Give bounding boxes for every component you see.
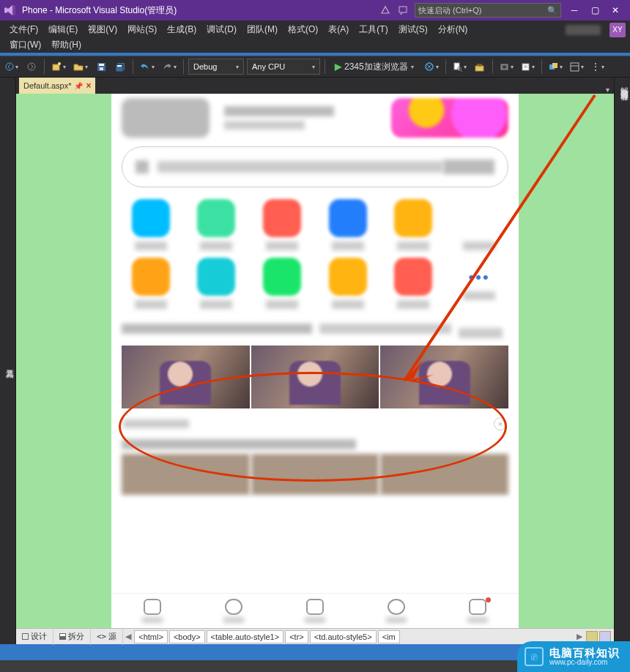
search-icon	[136, 160, 149, 173]
header-weather-widget[interactable]	[391, 98, 508, 138]
menu-format[interactable]: 格式(O)	[284, 22, 322, 37]
app-shortcut-7[interactable]	[188, 258, 246, 309]
start-debug-button[interactable]: ▶ 2345加速浏览器 ▾	[330, 59, 419, 75]
extensions-button[interactable]	[497, 59, 516, 75]
crumb-fwd-icon[interactable]: ▶	[574, 632, 585, 641]
menu-test[interactable]: 测试(S)	[394, 22, 432, 37]
designer-view-bar: 设计 拆分 <>源 ◀ <html> <body> <table.auto-st…	[16, 628, 614, 644]
ide-dock: 工具箱 Default.aspx* 📌 × ▾	[0, 78, 630, 644]
menu-view[interactable]: 视图(V)	[84, 22, 122, 37]
svg-rect-10	[117, 65, 122, 67]
feedback-icon[interactable]	[394, 2, 412, 18]
nav-4[interactable]	[386, 599, 407, 623]
app-shortcut-5[interactable]	[450, 199, 508, 250]
menu-analyze[interactable]: 分析(N)	[434, 22, 472, 37]
nav-3[interactable]	[305, 599, 325, 623]
save-button[interactable]	[93, 59, 109, 75]
view-source-button[interactable]: <>源	[91, 629, 123, 645]
new-project-button[interactable]	[49, 59, 68, 75]
nav-back-button[interactable]	[3, 59, 21, 75]
annotation-ellipse	[119, 372, 507, 482]
solution-platform-combo[interactable]: Any CPU	[247, 59, 320, 75]
browser-link-button[interactable]	[422, 59, 441, 75]
view-split-button[interactable]: 拆分	[53, 629, 91, 645]
menu-window[interactable]: 窗口(W)	[5, 37, 45, 53]
app-label	[397, 242, 429, 250]
new-item-button[interactable]	[519, 59, 537, 75]
app-shortcut-11[interactable]: •••	[450, 258, 508, 309]
menu-team[interactable]: 团队(M)	[242, 22, 282, 37]
menu-file[interactable]: 文件(F)	[5, 22, 42, 37]
more-apps-icon[interactable]: •••	[469, 258, 490, 287]
crumb-img[interactable]: <im	[378, 630, 400, 643]
menu-build[interactable]: 生成(B)	[163, 22, 201, 37]
target-fx-button[interactable]	[546, 59, 565, 75]
crumb-table[interactable]: <table.auto-style1>	[207, 630, 284, 643]
designer-gutter-right	[519, 94, 614, 628]
app-shortcut-4[interactable]	[385, 199, 443, 250]
app-label	[332, 300, 364, 309]
nav-1[interactable]	[142, 599, 163, 623]
maximize-button[interactable]: ▢	[585, 2, 605, 18]
find-in-files-button[interactable]	[451, 59, 469, 75]
redo-button[interactable]	[160, 59, 179, 75]
menu-debug[interactable]: 调试(D)	[202, 22, 241, 37]
toolbox-panel-tab[interactable]: 工具箱	[0, 78, 16, 644]
close-button[interactable]: ✕	[605, 2, 626, 18]
nav-2[interactable]	[223, 599, 244, 623]
crumb-body[interactable]: <body>	[169, 630, 205, 643]
app-shortcut-1[interactable]	[188, 199, 246, 250]
svg-line-14	[461, 70, 462, 72]
app-label	[463, 291, 495, 300]
minimize-button[interactable]: ─	[564, 2, 585, 18]
app-shortcut-3[interactable]	[319, 199, 377, 250]
nav-5[interactable]	[467, 599, 488, 623]
app-shortcut-0[interactable]	[122, 199, 180, 250]
crumb-html[interactable]: <html>	[134, 630, 168, 643]
panel-tab-solution-explorer[interactable]: 解决方案资源管理器	[619, 81, 630, 644]
menu-edit[interactable]: 编辑(E)	[44, 22, 82, 37]
search-action[interactable]	[443, 160, 494, 174]
notifications-icon[interactable]	[377, 2, 394, 18]
view-design-button[interactable]: 设计	[16, 629, 53, 645]
app-shortcut-2[interactable]	[253, 199, 311, 250]
svg-rect-3	[53, 64, 59, 70]
app-shortcut-6[interactable]	[122, 258, 180, 309]
feed-heading	[111, 312, 519, 341]
app-grid: •••	[111, 192, 519, 312]
main-toolbar: Debug Any CPU ▶ 2345加速浏览器 ▾ ⋮	[0, 56, 630, 78]
watermark-logo-icon: ⎚	[525, 647, 544, 666]
toolbox-icon[interactable]	[472, 59, 488, 75]
solution-config-combo[interactable]: Debug	[188, 59, 244, 75]
overflow-button[interactable]: ⋮	[589, 59, 607, 75]
user-avatar-badge[interactable]: XY	[609, 23, 626, 37]
start-debug-label: 2345加速浏览器	[344, 61, 408, 73]
app-shortcut-8[interactable]	[253, 258, 311, 309]
undo-button[interactable]	[138, 59, 157, 75]
menu-website[interactable]: 网站(S)	[123, 22, 161, 37]
app-label	[397, 300, 429, 309]
app-label	[135, 300, 167, 309]
layout-button[interactable]	[568, 59, 586, 75]
menu-tools[interactable]: 工具(T)	[355, 22, 392, 37]
document-tabstrip: Default.aspx* 📌 × ▾	[16, 78, 614, 94]
app-shortcut-9[interactable]	[319, 258, 377, 309]
pin-icon[interactable]: 📌	[74, 82, 83, 90]
crumb-td[interactable]: <td.auto-style5>	[310, 630, 377, 643]
crumb-tr[interactable]: <tr>	[285, 630, 308, 643]
tabstrip-overflow-icon[interactable]: ▾	[601, 86, 614, 94]
search-bar[interactable]	[122, 146, 508, 187]
menu-help[interactable]: 帮助(H)	[47, 37, 86, 53]
app-shortcut-10[interactable]	[385, 258, 443, 309]
save-all-button[interactable]	[112, 59, 128, 75]
open-file-button[interactable]	[71, 59, 90, 75]
menu-table[interactable]: 表(A)	[324, 22, 353, 37]
close-tab-icon[interactable]: ×	[86, 81, 91, 91]
quick-launch-input[interactable]: 快速启动 (Ctrl+Q) 🔍	[415, 3, 561, 18]
crumb-back-icon[interactable]: ◀	[123, 632, 133, 641]
file-tab-default-aspx[interactable]: Default.aspx* 📌 ×	[19, 78, 95, 94]
designer-surface[interactable]: ••• ×	[16, 94, 614, 628]
app-label	[266, 300, 298, 309]
nav-forward-button[interactable]	[23, 59, 40, 75]
signed-in-user[interactable]	[566, 25, 601, 35]
